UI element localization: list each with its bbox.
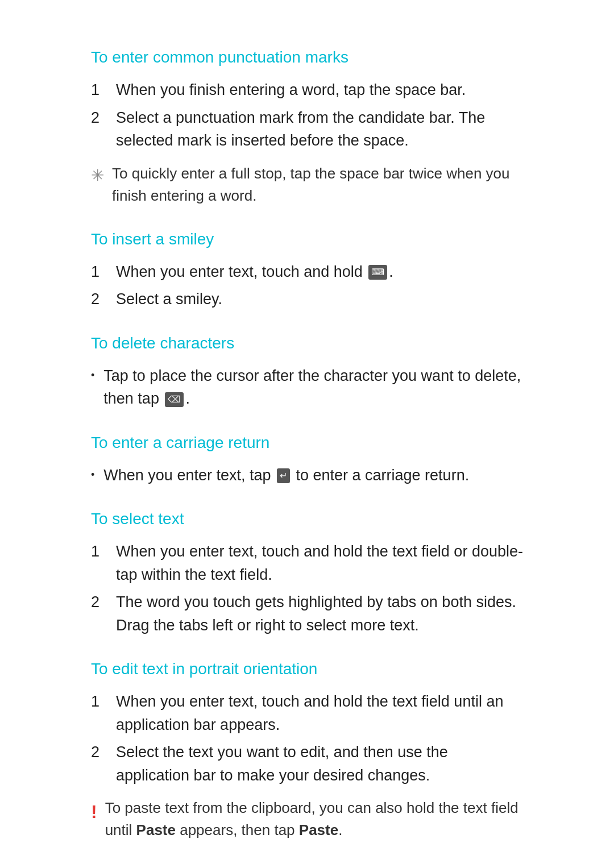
tip-portrait: ! To paste text from the clipboard, you … (91, 797, 523, 841)
section-heading-select: To select text (91, 507, 523, 531)
list-item: 2 The word you touch gets highlighted by… (91, 591, 523, 637)
carriage-bullets: • When you enter text, tap ↵ to enter a … (91, 464, 523, 487)
tip-punctuation: ✳ To quickly enter a full stop, tap the … (91, 163, 523, 207)
page: To enter common punctuation marks 1 When… (0, 0, 614, 868)
select-text-steps: 1 When you enter text, touch and hold th… (91, 540, 523, 637)
list-item: • Tap to place the cursor after the char… (91, 364, 523, 410)
delete-bullets: • Tap to place the cursor after the char… (91, 364, 523, 410)
list-item: 2 Select a punctuation mark from the can… (91, 106, 523, 152)
section-portrait: To edit text in portrait orientation 1 W… (91, 657, 523, 841)
section-heading-punctuation: To enter common punctuation marks (91, 45, 523, 69)
list-item: 1 When you enter text, touch and hold th… (91, 540, 523, 586)
section-heading-portrait: To edit text in portrait orientation (91, 657, 523, 681)
list-item: • When you enter text, tap ↵ to enter a … (91, 464, 523, 487)
section-punctuation: To enter common punctuation marks 1 When… (91, 45, 523, 207)
keyboard-icon: ⌨ (368, 265, 387, 280)
portrait-steps: 1 When you enter text, touch and hold th… (91, 690, 523, 787)
app-bar-title: Application bar (91, 864, 523, 868)
section-heading-smiley: To insert a smiley (91, 227, 523, 251)
list-item: 2 Select the text you want to edit, and … (91, 741, 523, 787)
section-delete: To delete characters • Tap to place the … (91, 331, 523, 410)
smiley-steps: 1 When you enter text, touch and hold ⌨.… (91, 260, 523, 311)
section-app-bar: Application bar 📶 🔋 (91, 864, 523, 868)
section-select-text: To select text 1 When you enter text, to… (91, 507, 523, 637)
section-smiley: To insert a smiley 1 When you enter text… (91, 227, 523, 311)
punctuation-steps: 1 When you finish entering a word, tap t… (91, 78, 523, 152)
exclaim-icon: ! (91, 798, 97, 825)
sun-icon: ✳ (91, 164, 104, 188)
return-icon: ↵ (277, 468, 290, 483)
section-heading-carriage: To enter a carriage return (91, 431, 523, 455)
section-heading-delete: To delete characters (91, 331, 523, 355)
list-item: 1 When you enter text, touch and hold ⌨. (91, 260, 523, 284)
section-carriage: To enter a carriage return • When you en… (91, 431, 523, 487)
list-item: 1 When you finish entering a word, tap t… (91, 78, 523, 102)
delete-icon: ⌫ (165, 392, 184, 407)
list-item: 1 When you enter text, touch and hold th… (91, 690, 523, 736)
list-item: 2 Select a smiley. (91, 288, 523, 311)
